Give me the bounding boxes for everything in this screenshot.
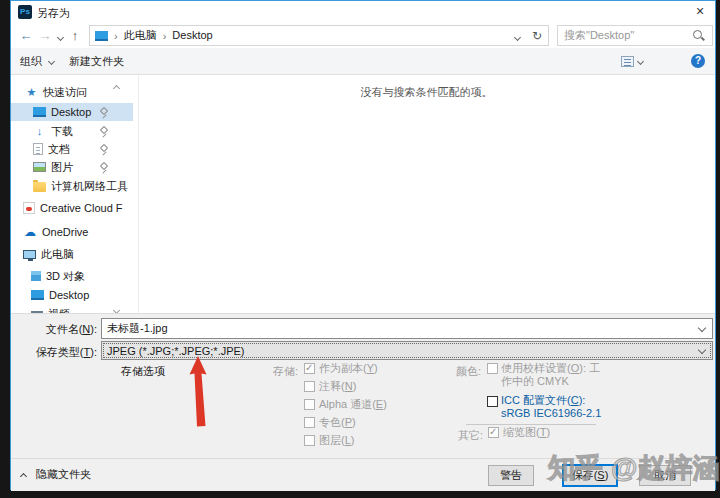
close-icon[interactable]: ×	[685, 1, 715, 23]
organize-button[interactable]: 组织	[20, 48, 54, 74]
sidebar-divider	[138, 75, 139, 313]
search-input[interactable]: 搜索"Desktop"	[558, 28, 692, 43]
color-group-label: 颜色:	[431, 364, 481, 379]
title-bar: Ps 另存为 ×	[11, 1, 715, 23]
search-icon[interactable]	[692, 29, 706, 43]
quick-access-star-icon: ★	[25, 86, 38, 99]
sidebar-item-label: 快速访问	[43, 85, 87, 100]
save-as-dialog: Ps 另存为 × ← → ↑ › 此电脑 › Desktop ↻ 搜索"Desk…	[10, 0, 716, 490]
annotations-label: 注释(N)	[319, 380, 356, 393]
help-icon[interactable]: ?	[691, 54, 705, 68]
sidebar-item-3d-objects[interactable]: 3D 对象	[11, 267, 131, 285]
filename-dropdown-chevron-icon[interactable]	[698, 323, 706, 331]
pin-icon	[100, 107, 110, 117]
onedrive-cloud-icon: ☁	[23, 226, 37, 239]
search-box[interactable]: 搜索"Desktop"	[557, 25, 713, 46]
filetype-value: JPEG (*.JPG;*.JPEG;*.JPE)	[107, 345, 245, 357]
filetype-select[interactable]: JPEG (*.JPG;*.JPEG;*.JPE)	[101, 341, 713, 360]
options-divider	[466, 424, 596, 425]
desktop-folder-icon	[95, 31, 108, 41]
breadcrumb-this-pc[interactable]: 此电脑	[119, 26, 162, 45]
as-copy-label: 作为副本(Y)	[319, 362, 378, 375]
sidebar-item-onedrive[interactable]: ☁ OneDrive	[11, 223, 123, 241]
desktop-icon	[33, 107, 46, 117]
zhihu-watermark: 知乎 @赵梓涵	[548, 450, 720, 486]
sidebar-item-quick-access[interactable]: ★ 快速访问	[11, 83, 125, 101]
photoshop-app-icon: Ps	[18, 5, 32, 19]
icc-profile-label: ICC 配置文件(C): sRGB IEC61966-2.1	[501, 394, 613, 420]
pin-icon	[100, 126, 110, 136]
sidebar-item-label: Desktop	[51, 106, 91, 118]
save-group-label: 存储:	[251, 364, 298, 379]
view-selector-button[interactable]	[621, 54, 651, 69]
downloads-icon: ↓	[33, 125, 46, 138]
sidebar-item-label: Creative Cloud F	[40, 202, 123, 214]
sidebar-item-label: 3D 对象	[46, 269, 85, 284]
warning-button[interactable]: 警告	[488, 465, 534, 486]
breadcrumb-desktop[interactable]: Desktop	[167, 26, 217, 45]
folder-icon	[33, 182, 46, 192]
scrollbar-up-icon[interactable]	[114, 81, 124, 89]
proof-setup-label: 使用校样设置(O): 工作中的 CMYK	[501, 362, 603, 388]
sidebar-item-this-pc[interactable]: 此电脑	[11, 245, 123, 263]
this-pc-icon	[23, 250, 36, 259]
empty-results-message: 没有与搜索条件匹配的项。	[138, 85, 715, 100]
other-group-label: 其它:	[441, 428, 483, 443]
sidebar-item-label: 文档	[48, 142, 70, 157]
forward-button: →	[37, 23, 53, 48]
filetype-label: 保存类型(T):	[11, 345, 97, 360]
address-bar[interactable]: › 此电脑 › Desktop ↻	[89, 25, 549, 46]
navigation-sidebar: ★ 快速访问 Desktop ↓ 下载 文档 图片	[11, 75, 138, 313]
hide-folders-chevron-icon[interactable]	[21, 469, 26, 481]
sidebar-item-desktop[interactable]: Desktop	[11, 103, 133, 121]
refresh-icon[interactable]: ↻	[526, 29, 548, 43]
up-button[interactable]: ↑	[67, 23, 83, 48]
layers-checkbox	[304, 435, 315, 446]
filename-label: 文件名(N):	[11, 322, 97, 337]
sidebar-item-label: 此电脑	[41, 247, 74, 262]
as-copy-checkbox	[304, 363, 315, 374]
address-dropdown-chevron-icon[interactable]	[509, 30, 526, 42]
spot-colors-checkbox	[304, 417, 315, 428]
layers-label: 图层(L)	[319, 434, 354, 447]
creative-cloud-icon	[23, 202, 35, 214]
sidebar-item-label: 下载	[51, 124, 73, 139]
view-chevron-icon	[637, 58, 644, 65]
spot-colors-label: 专色(P)	[319, 416, 356, 429]
hide-folders-button[interactable]: 隐藏文件夹	[36, 467, 91, 482]
thumbnail-checkbox	[488, 427, 499, 438]
back-button[interactable]: ←	[17, 23, 35, 48]
icc-profile-value: sRGB IEC61966-2.1	[501, 407, 613, 420]
annotations-checkbox	[304, 381, 315, 392]
sidebar-item-documents[interactable]: 文档	[11, 140, 133, 158]
alpha-channels-label: Alpha 通道(E)	[319, 398, 387, 411]
filename-value[interactable]: 未标题-1.jpg	[107, 321, 168, 336]
organize-chevron-icon	[48, 58, 55, 65]
icc-profile-checkbox[interactable]	[487, 396, 498, 407]
proof-setup-checkbox	[487, 363, 498, 374]
pin-icon	[100, 144, 110, 154]
scrollbar-down-icon[interactable]	[114, 303, 124, 311]
window-title: 另存为	[37, 6, 70, 21]
filetype-dropdown-chevron-icon[interactable]	[698, 345, 706, 353]
new-folder-button[interactable]: 新建文件夹	[69, 48, 124, 74]
sidebar-item-downloads[interactable]: ↓ 下载	[11, 122, 133, 140]
filename-input[interactable]: 未标题-1.jpg	[101, 318, 713, 339]
alpha-channels-checkbox	[304, 399, 315, 410]
sidebar-item-label: OneDrive	[42, 226, 88, 238]
documents-icon	[33, 143, 43, 155]
recent-locations-chevron-icon[interactable]	[54, 23, 66, 48]
screenshot-stage: Ps 另存为 × ← → ↑ › 此电脑 › Desktop ↻ 搜索"Desk…	[0, 0, 720, 498]
sidebar-item-network-tools-folder[interactable]: 计算机网络工具	[11, 177, 133, 195]
sidebar-item-desktop-2[interactable]: Desktop	[11, 286, 131, 304]
sidebar-item-creative-cloud[interactable]: Creative Cloud F	[11, 199, 123, 217]
save-options-label: 存储选项	[121, 364, 165, 379]
pin-icon	[100, 162, 110, 172]
sidebar-item-label: 图片	[51, 160, 73, 175]
pictures-icon	[33, 162, 46, 172]
sidebar-item-label: Desktop	[49, 289, 89, 301]
desktop-icon	[31, 290, 44, 300]
sidebar-item-label: 计算机网络工具	[51, 179, 128, 194]
sidebar-item-pictures[interactable]: 图片	[11, 158, 133, 176]
list-view-icon	[621, 56, 634, 67]
